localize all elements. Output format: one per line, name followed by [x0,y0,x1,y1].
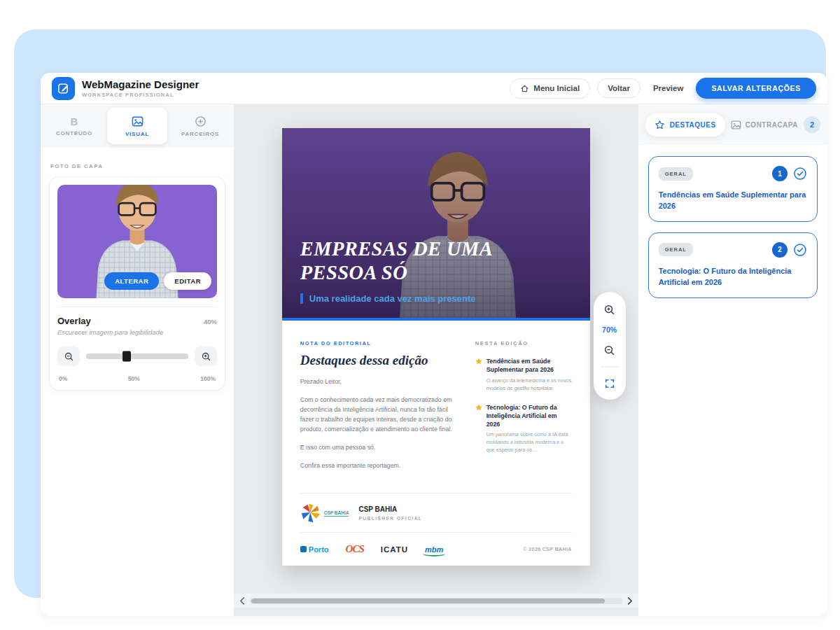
highlight-title: Tendências em Saúde Suplementar para 202… [659,190,807,212]
category-badge: GERAL [659,167,693,181]
horizontal-scrollbar [234,594,638,608]
magnifier-minus-icon [64,351,74,362]
zoom-in-button[interactable] [601,302,618,316]
overlay-increase-button[interactable] [195,346,217,366]
order-number-badge: 2 [772,242,788,258]
editorial-column: NOTA DO EDITORIAL Destaques dessa edição… [300,340,457,493]
main-area: B CONTEÚDO VISUAL PARCEIROS [41,104,827,616]
left-tabs: B CONTEÚDO VISUAL PARCEIROS [41,104,234,148]
highlight-cards: GERAL 1 Tendências em Saúde Suplementar … [638,145,827,309]
publisher-role: PUBLISHER OFICIAL [358,516,422,521]
editar-button[interactable]: EDITAR [164,272,211,290]
nesta-edicao-column: NESTA EDIÇÃO Tendências em Saúde Supleme… [475,340,572,493]
editorial-paragraph: E isso com uma pessoa só. [300,442,457,452]
check-circle-icon[interactable] [793,167,807,181]
workspace-label: WORKSPACE PROFISSIONAL [82,92,199,98]
image-icon [132,115,144,127]
tab-conteudo[interactable]: B CONTEÚDO [44,108,104,144]
sponsor-logo-mbm: mbm [425,545,443,554]
nesta-item-title: Tendências em Saúde Suplementar para 202… [486,357,572,374]
check-circle-icon[interactable] [793,243,807,257]
magnifier-plus-icon [201,351,211,362]
voltar-button[interactable]: Voltar [597,78,640,98]
highlights-count-badge: 2 [804,116,820,133]
chevron-left-icon[interactable] [237,596,247,606]
star-icon [475,404,482,455]
sponsor-logo-porto: Porto [300,545,329,554]
editorial-heading: Destaques dessa edição [300,353,457,368]
editorial-paragraph: Prezado Leitor, [300,377,457,386]
overlay-decrease-button[interactable] [57,346,80,366]
editorial-kicker: NOTA DO EDITORIAL [300,340,457,346]
preview-button[interactable]: Preview [648,84,689,92]
category-badge: GERAL [659,243,693,256]
copyright-text: © 2026 CSP BAHIA [523,547,571,552]
scale-min-label: 0% [59,375,67,382]
chevron-right-icon[interactable] [625,596,635,606]
magazine-cover: EMPRESAS DE UMA PESSOA SÓ Uma realidade … [282,128,590,321]
highlight-title: Tecnologia: O Futuro da Inteligência Art… [659,266,807,288]
highlight-card[interactable]: GERAL 1 Tendências em Saúde Suplementar … [648,156,818,222]
highlight-card[interactable]: GERAL 2 Tecnologia: O Futuro da Inteligê… [648,232,818,298]
tab-parceiros-label: PARCEIROS [181,131,219,137]
magnifier-minus-icon [603,344,615,356]
list-item: Tecnologia: O Futuro da Inteligência Art… [475,403,572,455]
tab-visual[interactable]: VISUAL [107,108,167,144]
thumbnail-actions: ALTERAR EDITAR [104,272,211,290]
publisher-row: CSP BAHIA CSP BAHIA PUBLISHER OFICIAL [300,493,572,532]
magazine-page-preview: EMPRESAS DE UMA PESSOA SÓ Uma realidade … [282,128,590,566]
overlay-slider[interactable] [86,354,188,359]
list-item: Tendências em Saúde Suplementar para 202… [475,357,572,393]
cover-title: EMPRESAS DE UMA PESSOA SÓ [300,237,541,285]
nesta-item-desc: O avanço da telemedicina e os novos mode… [486,377,572,393]
image-icon [731,120,741,130]
cover-subtitle: Uma realidade cada vez mais presente [309,293,476,304]
order-number-badge: 1 [772,166,788,181]
subtitle-accent-bar [300,293,303,304]
overlay-value: 40% [204,318,217,326]
fullscreen-button[interactable] [601,377,618,391]
tab-parceiros[interactable]: PARCEIROS [170,108,230,144]
voltar-label: Voltar [608,84,630,92]
tab-destaques[interactable]: DESTAQUES [645,113,725,136]
content-b-icon: B [71,116,78,127]
cover-text-block: EMPRESAS DE UMA PESSOA SÓ Uma realidade … [300,237,541,304]
overlay-slider-thumb[interactable] [122,351,131,362]
right-tabs: DESTAQUES CONTRACAPA 2 [638,104,827,145]
scale-mid-label: 50% [128,375,140,382]
sponsors-row: Porto OCS ICATU mbm © 2026 CSP BAHIA [300,532,572,566]
edit-pencil-icon [57,82,70,95]
home-icon [520,84,529,93]
title-block: WebMagazine Designer WORKSPACE PROFISSIO… [82,78,199,98]
tab-conteudo-label: CONTEÚDO [56,130,92,136]
cover-photo-thumbnail: ALTERAR EDITAR [57,185,217,298]
overlay-section: Overlay Escurecer imagem para legibilida… [57,307,217,382]
nesta-item-desc: Um panorama sobre como a IA está moldand… [486,431,572,454]
publisher-name: CSP BAHIA [358,505,422,513]
star-outline-icon [654,120,665,130]
csp-logo-text: CSP BAHIA [324,510,349,517]
tab-visual-label: VISUAL [125,131,149,137]
menu-inicial-label: Menu Inicial [533,84,580,92]
alterar-button[interactable]: ALTERAR [104,272,159,290]
scrollbar-thumb[interactable] [251,598,605,603]
zoom-out-button[interactable] [601,343,618,357]
scrollbar-track[interactable] [250,598,622,604]
save-button[interactable]: SALVAR ALTERAÇÕES [696,78,816,99]
left-sidebar: B CONTEÚDO VISUAL PARCEIROS [41,104,234,616]
divider [601,366,619,368]
scale-max-label: 100% [200,375,216,382]
zoom-panel: 70% [594,292,626,400]
tab-contracapa[interactable]: CONTRACAPA [728,113,801,136]
app-outer-frame: WebMagazine Designer WORKSPACE PROFISSIO… [14,29,826,598]
overlay-subtitle: Escurecer imagem para legibilidade [57,328,163,336]
magnifier-plus-icon [603,304,615,316]
tab-contracapa-label: CONTRACAPA [746,121,798,129]
fullscreen-icon [604,378,615,389]
editorial-paragraph: Confira essa importante reportagem. [300,461,457,470]
menu-inicial-button[interactable]: Menu Inicial [510,78,590,99]
magazine-body: NOTA DO EDITORIAL Destaques dessa edição… [282,321,590,566]
section-label-foto-de-capa: FOTO DE CAPA [50,163,234,169]
overlay-scale-labels: 0% 50% 100% [57,375,217,382]
canvas-area: EMPRESAS DE UMA PESSOA SÓ Uma realidade … [234,104,638,616]
